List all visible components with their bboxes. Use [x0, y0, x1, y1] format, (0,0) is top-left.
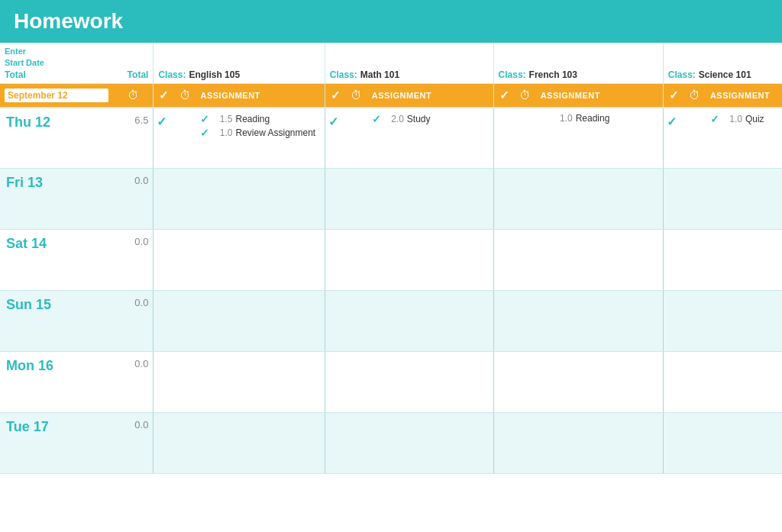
science-check-button[interactable]: ✓: [668, 87, 680, 104]
start-date-input[interactable]: [5, 89, 108, 102]
day-label: Mon 16: [6, 358, 53, 373]
day-row-sat14: Sat 140.0: [0, 230, 782, 291]
science101-day-clock-cell: [684, 108, 706, 169]
math-assignment-label: ASSIGNMENT: [372, 91, 431, 100]
check-icon: ✓: [157, 115, 166, 128]
assignment-hours: 1.0: [215, 127, 232, 138]
math101-day-assignments: ✓2.0Study: [367, 108, 493, 169]
science101-day-assignments: [706, 352, 782, 413]
assignment-hours: 2.0: [387, 114, 404, 124]
day-label: Sat 14: [6, 236, 47, 251]
english105-day-check-cell: [153, 169, 175, 230]
english105-day-clock-cell: [175, 291, 196, 352]
science101-day-clock-cell: [684, 169, 706, 230]
english-clock-btn-cell[interactable]: ⏱: [175, 83, 196, 108]
english105-day-clock-cell: [175, 108, 196, 169]
day-total: 0.0: [113, 352, 153, 413]
day-label-cell: Thu 12: [0, 108, 113, 169]
science101-day-assignments: [706, 169, 782, 230]
check-icon: ✓: [667, 115, 677, 128]
math101-day-check-cell: [325, 169, 346, 230]
assignment-hours: 1.0: [725, 114, 742, 124]
french103-day-assignments: 1.0Reading: [536, 108, 664, 169]
english-assignment-cell[interactable]: ASSIGNMENT: [196, 83, 325, 108]
math101-day-assignments: [367, 291, 493, 352]
day-row-tue17: Tue 170.0: [0, 413, 782, 474]
day-label: Thu 12: [6, 114, 50, 130]
science-clock-btn-cell[interactable]: ⏱: [684, 83, 706, 108]
math101-day-check-cell: [325, 291, 346, 352]
english105-day-check-cell: [153, 230, 175, 291]
math101-day-clock-cell: [346, 352, 367, 413]
english-check-button[interactable]: ✓: [158, 87, 170, 104]
french103-day-assignments: [536, 352, 664, 413]
english105-day-assignments: [196, 230, 325, 291]
class-science-header: Class: Science 101: [663, 43, 782, 83]
french103-day-check-cell: [493, 352, 515, 413]
french103-day-assignments: [536, 413, 664, 474]
check-icon: ✓: [200, 113, 212, 125]
list-item: 1.0Reading: [541, 113, 658, 124]
math-check-button[interactable]: ✓: [330, 87, 341, 104]
french103-day-clock-cell: [515, 291, 536, 352]
french103-day-assignments: [536, 230, 664, 291]
french103-day-check-cell: [493, 169, 515, 230]
english105-day-assignments: [196, 352, 325, 413]
french103-day-check-cell: [493, 230, 515, 291]
class-english-header: Class: English 105: [153, 43, 325, 83]
french103-day-clock-cell: [515, 352, 536, 413]
english105-day-check-cell: [153, 291, 175, 352]
french-clock-btn-cell[interactable]: ⏱: [515, 83, 536, 108]
math-clock-btn-cell[interactable]: ⏱: [346, 83, 367, 108]
science-check-btn-cell[interactable]: ✓: [663, 83, 684, 108]
science-assignment-cell[interactable]: ASSIGNMENT: [706, 83, 782, 108]
english105-day-assignments: [196, 169, 325, 230]
check-icon: ✓: [372, 113, 384, 125]
math101-day-assignments: [367, 352, 493, 413]
english105-day-check-cell: ✓: [153, 108, 175, 169]
homework-table: EnterStart Date Total Total Class: Engli…: [0, 43, 782, 474]
assignment-title: Reading: [576, 113, 610, 124]
day-label: Tue 17: [6, 419, 49, 434]
start-date-cell[interactable]: [0, 83, 113, 108]
science101-day-clock-cell: [684, 413, 706, 474]
app-header: Homework: [0, 0, 782, 43]
clock-icon: ⏱: [179, 89, 191, 102]
science101-day-check-cell: [663, 352, 684, 413]
english105-day-check-cell: [153, 413, 175, 474]
science101-day-check-cell: ✓: [663, 108, 684, 169]
french103-day-assignments: [536, 291, 664, 352]
math-assignment-cell[interactable]: ASSIGNMENT: [367, 83, 493, 108]
french-check-btn-cell[interactable]: ✓: [493, 83, 515, 108]
assignment-title: Quiz: [745, 114, 764, 124]
day-row-mon16: Mon 160.0: [0, 352, 782, 413]
french103-day-check-cell: [493, 108, 515, 169]
french103-day-check-cell: [493, 413, 515, 474]
check-icon: ✓: [200, 127, 212, 139]
math101-day-assignments: [367, 230, 493, 291]
day-total: 0.0: [113, 169, 153, 230]
math-check-btn-cell[interactable]: ✓: [325, 83, 346, 108]
page-title: Homework: [14, 9, 768, 34]
english105-day-clock-cell: [175, 352, 196, 413]
date-column-header: EnterStart Date Total: [0, 43, 113, 83]
class-french-header: Class: French 103: [493, 43, 663, 83]
day-row-fri13: Fri 130.0: [0, 169, 782, 230]
french-check-button[interactable]: ✓: [499, 87, 510, 104]
english-check-btn-cell[interactable]: ✓: [153, 83, 175, 108]
math101-day-check-cell: [325, 352, 346, 413]
math101-day-check-cell: ✓: [325, 108, 346, 169]
clock-icon: ⏱: [519, 89, 531, 102]
day-total: 6.5: [113, 108, 153, 169]
french-assignment-cell[interactable]: ASSIGNMENT: [536, 83, 664, 108]
day-label: Sun 15: [6, 297, 51, 312]
science101-day-clock-cell: [684, 291, 706, 352]
day-label: Fri 13: [6, 175, 43, 190]
english105-day-assignments: [196, 291, 325, 352]
day-total: 0.0: [113, 413, 153, 474]
science-assignment-label: ASSIGNMENT: [710, 91, 770, 100]
science101-day-check-cell: [663, 413, 684, 474]
day-label-cell: Fri 13: [0, 169, 113, 230]
science101-day-check-cell: [663, 230, 684, 291]
science101-day-assignments: [706, 291, 782, 352]
